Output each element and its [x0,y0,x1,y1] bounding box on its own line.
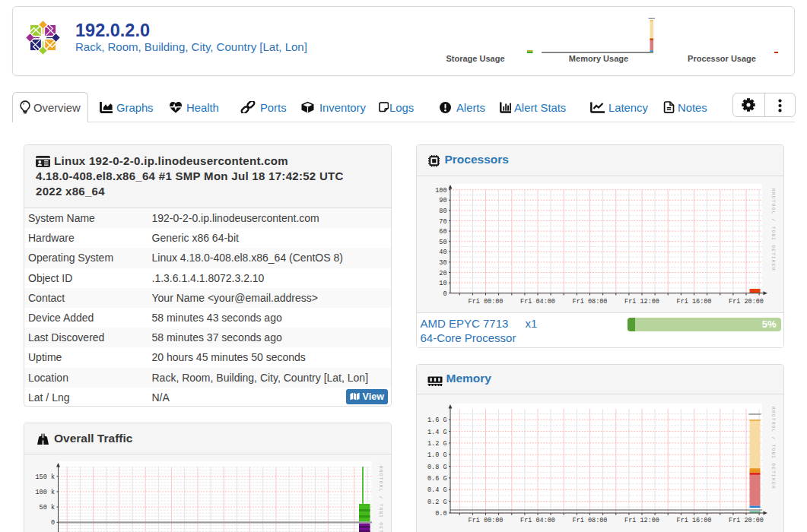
svg-text:0.8 G: 0.8 G [427,464,446,471]
svg-text:0.4 G: 0.4 G [427,486,446,494]
svg-text:Fri 04:00: Fri 04:00 [520,517,555,524]
svg-text:1.4 G: 1.4 G [427,429,446,436]
svg-text:70: 70 [439,218,446,226]
svg-text:RRDTOOL / TOBI OETIKER: RRDTOOL / TOBI OETIKER [770,407,775,489]
svg-text:10: 10 [439,280,446,287]
svg-text:100 k: 100 k [35,489,55,496]
svg-text:Fri 16:00: Fri 16:00 [676,517,711,524]
svg-text:60: 60 [439,228,446,236]
svg-text:1.2 G: 1.2 G [427,440,446,448]
svg-text:Fri 12:00: Fri 12:00 [624,517,659,524]
svg-text:RRDTOOL / TOBI OETIKER: RRDTOOL / TOBI OETIKER [378,466,383,532]
svg-text:0.6 G: 0.6 G [427,475,446,483]
svg-text:Fri 12:00: Fri 12:00 [624,298,659,306]
svg-text:Fri 20:00: Fri 20:00 [729,298,764,306]
svg-text:150 k: 150 k [35,473,55,481]
svg-text:Fri 04:00: Fri 04:00 [520,298,555,306]
svg-text:Fri 08:00: Fri 08:00 [572,517,607,524]
svg-text:50: 50 [439,239,446,246]
svg-text:50 k: 50 k [40,504,55,511]
svg-text:90: 90 [439,197,446,204]
svg-text:0: 0 [51,519,55,527]
svg-text:Fri 16:00: Fri 16:00 [676,298,711,306]
svg-text:Fri 00:00: Fri 00:00 [468,517,503,524]
svg-text:Fri 00:00: Fri 00:00 [468,298,503,306]
svg-text:1.6 G: 1.6 G [427,416,446,424]
svg-text:Fri 20:00: Fri 20:00 [729,517,764,524]
svg-text:40: 40 [439,249,446,256]
svg-text:0.2 G: 0.2 G [427,499,446,506]
svg-text:100: 100 [435,187,446,195]
svg-text:0.0: 0.0 [435,510,446,518]
svg-text:30: 30 [439,259,446,267]
svg-text:80: 80 [439,207,446,215]
svg-text:1.0 G: 1.0 G [427,451,446,459]
svg-text:RRDTOOL / TOBI OETIKER: RRDTOOL / TOBI OETIKER [770,188,775,271]
svg-text:0: 0 [443,290,446,298]
svg-text:20: 20 [439,270,446,277]
svg-text:Fri 08:00: Fri 08:00 [572,298,607,306]
